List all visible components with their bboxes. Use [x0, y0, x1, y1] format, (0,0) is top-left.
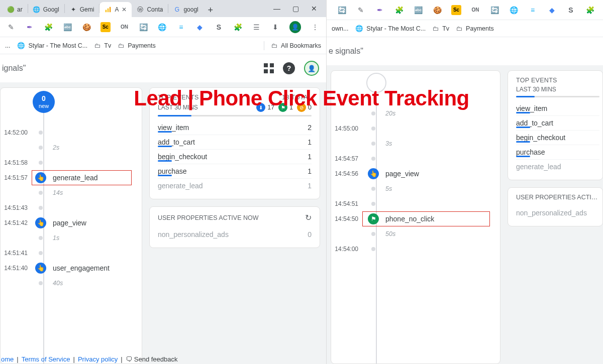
- extension-toolbar: ✎ ✒ 🧩 🔤 🍪 Sc ON 🔄 🌐 ≡ ◆ S 🧩 ☰ ⬇ 👤 ⋮: [0, 17, 326, 37]
- extension-icon[interactable]: 🧩: [394, 5, 404, 15]
- extension-icon[interactable]: 🔄: [138, 22, 148, 32]
- extension-icon[interactable]: 🔄: [337, 5, 347, 15]
- bookmark-item[interactable]: own...: [332, 25, 348, 32]
- extension-icon[interactable]: S: [566, 5, 576, 15]
- top-event-row[interactable]: purchase1: [158, 164, 312, 179]
- event-name: generate_lead: [516, 163, 561, 171]
- tab-active[interactable]: A ✕: [99, 2, 132, 17]
- new-tab-button[interactable]: +: [204, 3, 218, 17]
- bookmark-item[interactable]: ...: [5, 42, 10, 49]
- footer-tos-link[interactable]: Terms of Service: [22, 355, 70, 363]
- bookmark-folder[interactable]: 🗀Tv: [433, 25, 449, 32]
- touch-icon: 👆: [35, 217, 46, 228]
- user-property-row[interactable]: non_personalized_ads: [516, 206, 601, 220]
- extension-icon[interactable]: ✒: [375, 5, 385, 15]
- extension-icon[interactable]: 🔤: [413, 5, 423, 15]
- tab[interactable]: 🌐Googl: [28, 2, 64, 17]
- profile-avatar[interactable]: 👤: [289, 21, 301, 33]
- bookmark-folder[interactable]: 🗀Payments: [118, 42, 156, 49]
- account-avatar[interactable]: 👤: [304, 61, 319, 76]
- timeline-event-label: page_view: [379, 170, 419, 178]
- reading-list-icon[interactable]: ☰: [252, 22, 262, 32]
- extensions-menu-icon[interactable]: 🧩: [585, 5, 595, 15]
- timeline-row: 14:51:41: [4, 246, 136, 261]
- svg-rect-2: [110, 7, 111, 13]
- extension-icon[interactable]: ≡: [176, 22, 186, 32]
- extension-icon[interactable]: ◆: [547, 5, 557, 15]
- extension-icon[interactable]: ✒: [25, 22, 35, 32]
- extension-icon[interactable]: 🔤: [63, 22, 73, 32]
- timeline-row[interactable]: 14:54:50⚑phone_no_click: [334, 211, 494, 226]
- timeline-row[interactable]: 14:51:40👆user_engagement: [4, 261, 136, 276]
- timeline-new-badge[interactable]: 0 new: [33, 91, 55, 113]
- timeline-row[interactable]: 14:51:42👆page_view: [4, 215, 136, 230]
- footer-privacy-link[interactable]: Privacy policy: [78, 355, 118, 363]
- card-title: USER PROPERTIES ACTIVE NO: [516, 194, 601, 201]
- extension-icon[interactable]: ON: [120, 22, 130, 32]
- extension-icon[interactable]: 🧩: [44, 22, 54, 32]
- browser-window-right: 🔄 ✎ ✒ 🧩 🔤 🍪 Sc ON 🔄 🌐 ≡ ◆ S 🧩 own... 🌐St…: [327, 0, 603, 364]
- downloads-icon[interactable]: ⬇: [270, 22, 280, 32]
- apps-grid-icon[interactable]: [264, 63, 274, 73]
- footer-home-link[interactable]: ome: [1, 355, 14, 363]
- timeline-row[interactable]: 14:54:56👆page_view: [334, 166, 494, 181]
- extension-icon[interactable]: Sc: [100, 22, 111, 32]
- top-event-row[interactable]: view_item2: [158, 120, 312, 135]
- extension-icon[interactable]: ON: [470, 5, 480, 15]
- timeline-time: 14:54:56: [334, 170, 362, 177]
- tab[interactable]: Ggoogl: [168, 2, 203, 17]
- timeline-row[interactable]: 14:51:57👆generate_lead: [4, 170, 136, 185]
- timeline-gap: 40s: [47, 280, 63, 287]
- extension-icon[interactable]: ≡: [528, 5, 538, 15]
- bookmark-item[interactable]: 🌐Stylar - The Most C...: [17, 42, 87, 49]
- tab[interactable]: ⓦConta: [132, 2, 168, 17]
- top-event-row[interactable]: begin_checkout1: [158, 150, 312, 164]
- bookmark-folder[interactable]: 🗀Payments: [456, 25, 494, 32]
- timeline-gap: 5s: [379, 185, 392, 192]
- extension-icon[interactable]: 🌐: [509, 5, 519, 15]
- extension-icon[interactable]: ✎: [6, 22, 16, 32]
- window-maximize-button[interactable]: ▢: [292, 5, 299, 13]
- timeline-time: 14:51:42: [4, 219, 32, 226]
- timeline-row: 3s: [334, 136, 494, 151]
- extension-icon[interactable]: S: [214, 22, 224, 32]
- top-events-card: TOP EVENTS LAST 30 MINS view_itemadd_to_…: [508, 70, 603, 180]
- extensions-menu-icon[interactable]: 🧩: [233, 22, 243, 32]
- timeline-row: 14:54:51: [334, 196, 494, 211]
- user-property-row[interactable]: non_personalized_ads0: [158, 227, 312, 241]
- tab[interactable]: ✦Gemi: [65, 2, 99, 17]
- bookmark-folder[interactable]: 🗀Tv: [94, 42, 111, 49]
- extension-icon[interactable]: ◆: [195, 22, 205, 32]
- top-event-row[interactable]: purchase: [516, 145, 599, 160]
- timeline-time: 14:51:40: [4, 265, 32, 272]
- extension-icon[interactable]: 🌐: [157, 22, 167, 32]
- top-event-row[interactable]: view_item: [516, 101, 599, 116]
- timeline-time: 14:54:51: [334, 200, 362, 207]
- window-minimize-button[interactable]: —: [273, 5, 280, 13]
- top-event-row[interactable]: add_to_cart1: [158, 135, 312, 150]
- bookmark-item[interactable]: 🌐Stylar - The Most C...: [355, 25, 426, 32]
- close-tab-icon[interactable]: ✕: [122, 6, 127, 13]
- top-event-row[interactable]: add_to_cart: [516, 116, 599, 131]
- timeline-event-label: page_view: [47, 219, 86, 227]
- timeline-time: 14:54:57: [334, 155, 362, 162]
- extension-icon[interactable]: ✎: [356, 5, 366, 15]
- timeline-row: 14:51:43: [4, 200, 136, 215]
- extension-icon[interactable]: 🔄: [489, 5, 499, 15]
- card-subtitle: LAST 30 MINS: [516, 86, 556, 93]
- extension-icon[interactable]: 🍪: [81, 22, 91, 32]
- top-event-row[interactable]: generate_lead1: [158, 179, 312, 193]
- extension-icon[interactable]: 🍪: [432, 5, 442, 15]
- top-event-row[interactable]: begin_checkout: [516, 131, 599, 145]
- extension-icon[interactable]: Sc: [451, 5, 461, 15]
- top-event-row[interactable]: generate_lead: [516, 160, 599, 174]
- all-bookmarks[interactable]: 🗀All Bookmarks: [271, 42, 321, 49]
- history-icon[interactable]: ↻: [305, 213, 312, 222]
- chrome-menu-icon[interactable]: ⋮: [310, 22, 320, 32]
- timeline-row: 40s: [4, 276, 136, 291]
- help-icon[interactable]: ?: [283, 62, 295, 74]
- window-close-button[interactable]: ✕: [311, 5, 317, 13]
- tab[interactable]: 🟢ar: [2, 2, 28, 17]
- property-name: non_personalized_ads: [516, 209, 587, 217]
- send-feedback-button[interactable]: 🗨 Send feedback: [126, 355, 178, 363]
